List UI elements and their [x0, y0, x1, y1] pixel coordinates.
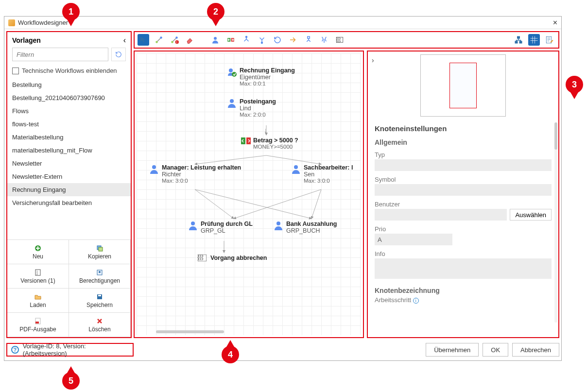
action-save[interactable]: Speichern [69, 289, 131, 313]
field-typ[interactable] [375, 159, 552, 171]
template-item[interactable]: Newsletter-Extern [7, 170, 131, 183]
copy-icon [96, 244, 103, 252]
svg-rect-11 [35, 322, 39, 324]
flow-icon[interactable] [287, 34, 299, 46]
template-item[interactable]: Versicherungsfall bearbeiten [7, 196, 131, 209]
apply-button[interactable]: Übernehmen [426, 343, 479, 357]
titlebar: Workflowdesigner × [4, 17, 561, 29]
ok-button[interactable]: OK [483, 343, 508, 357]
svg-rect-27 [519, 41, 522, 43]
field-symbol[interactable] [375, 184, 552, 196]
edit-form-icon[interactable] [544, 34, 555, 46]
toolbar: ! [134, 31, 559, 49]
person-icon [149, 164, 159, 174]
h-scrollbar[interactable] [156, 330, 224, 333]
field-prio[interactable]: A [375, 234, 452, 245]
checkbox-label: Technische Workflows einblenden [22, 67, 117, 74]
props-section-general: Allgemein [375, 138, 552, 146]
workflow-node[interactable]: Betrag > 5000 ?MONEY>=5000 [241, 137, 298, 150]
svg-point-18 [214, 37, 217, 40]
workflow-node[interactable]: Bank AuszahlungGRP_BUCH [274, 221, 337, 234]
properties-panel: › Knoteneinstellungen Allgemein Typ Symb… [367, 51, 559, 338]
collect-icon[interactable] [256, 34, 268, 46]
version-info: ? Vorlage-ID: 8, Version: (Arbeitsversio… [6, 343, 134, 357]
reload-icon[interactable] [111, 48, 126, 61]
minimap-expand-icon[interactable]: › [372, 56, 374, 64]
workflow-node[interactable]: Sachbearbeiter: lSenMax: 3:0:0 [291, 164, 353, 184]
end-icon[interactable] [334, 34, 345, 46]
callout-2: 2 [207, 3, 224, 26]
template-actions: NeuKopieren12Versionen (1)Berechtigungen… [7, 239, 131, 337]
cancel-button[interactable]: Abbrechen [512, 343, 559, 357]
minimap-box[interactable] [420, 54, 506, 117]
workflow-node[interactable]: Vorgang abbrechen [198, 255, 267, 264]
close-icon[interactable]: × [553, 18, 557, 27]
action-versions[interactable]: 12Versionen (1) [7, 264, 69, 289]
filter-input[interactable] [12, 48, 108, 61]
label-typ: Typ [375, 151, 552, 158]
callout-1: 1 [62, 3, 80, 26]
connect-alert-icon[interactable]: ! [169, 34, 180, 46]
versions-icon: 12 [35, 269, 41, 276]
template-item[interactable]: Bestellung [7, 78, 131, 91]
decision-icon[interactable] [225, 34, 237, 46]
svg-rect-2 [99, 247, 103, 251]
action-delete[interactable]: Löschen [69, 313, 131, 337]
minimap: › [368, 51, 558, 119]
template-item[interactable]: Bestellung_20210406073907690 [7, 91, 131, 104]
field-info[interactable] [375, 258, 552, 279]
action-open[interactable]: Laden [7, 289, 69, 313]
callout-5: 5 [62, 366, 80, 390]
pointer-icon[interactable] [138, 34, 149, 46]
action-perm[interactable]: Berechtigungen [69, 264, 131, 289]
help-icon[interactable]: ? [11, 346, 19, 354]
label-user: Benutzer [375, 201, 552, 208]
workflow-node[interactable]: Rechnung EingangEigentümerMax: 0:0:1 [227, 67, 295, 86]
template-item[interactable]: Flows [7, 104, 131, 118]
svg-rect-9 [98, 295, 101, 296]
field-user[interactable] [375, 209, 507, 221]
svg-point-37 [191, 222, 195, 225]
canvas-area[interactable]: Rechnung EingangEigentümerMax: 0:0:1Post… [134, 51, 364, 338]
scrollbar[interactable] [554, 122, 557, 323]
cycle-icon[interactable] [272, 34, 283, 46]
action-copy[interactable]: Kopieren [69, 240, 131, 264]
svg-line-45 [234, 189, 321, 219]
overview-icon[interactable] [513, 34, 524, 46]
template-list: BestellungBestellung_20210406073907690Fl… [7, 78, 131, 239]
connect-icon[interactable] [153, 34, 165, 46]
svg-rect-28 [531, 36, 538, 44]
action-pdf[interactable]: PDF-Ausgabe [7, 313, 69, 337]
template-item[interactable]: materialbestellung_mit_Flow [7, 144, 131, 157]
workflow-node[interactable]: PosteingangLindMax: 2:0:0 [227, 98, 276, 118]
workflow-node[interactable]: Manager: Leistung erhaltenRichterMax: 3:… [149, 164, 241, 184]
svg-line-43 [195, 189, 234, 219]
open-icon [35, 293, 41, 301]
start-icon [227, 67, 237, 77]
split-icon[interactable] [303, 34, 314, 46]
person-icon[interactable] [209, 34, 221, 46]
bottom-bar: ? Vorlage-ID: 8, Version: (Arbeitsversio… [6, 341, 559, 358]
template-item[interactable]: flows-test [7, 118, 131, 131]
properties-body: Knoteneinstellungen Allgemein Typ Symbol… [368, 119, 558, 337]
action-plus[interactable]: Neu [7, 240, 69, 264]
template-item[interactable]: Newsletter [7, 157, 131, 170]
svg-rect-26 [515, 41, 518, 43]
merge-icon[interactable] [318, 34, 330, 46]
template-item[interactable]: Rechnung Eingang [7, 183, 131, 196]
svg-point-30 [229, 68, 233, 72]
svg-point-38 [276, 222, 280, 225]
workflow-node[interactable]: Prüfung durch GLGRP_GL [188, 221, 253, 234]
callout-3: 3 [566, 76, 583, 99]
select-user-button[interactable]: Auswählen [510, 209, 552, 221]
templates-panel: Vorlagen ‹ Technische Workflows einblend… [6, 31, 132, 338]
collapse-icon[interactable]: ‹ [123, 36, 126, 45]
grid-icon[interactable] [528, 34, 540, 46]
distribute-icon[interactable] [241, 34, 252, 46]
show-technical-checkbox[interactable]: Technische Workflows einblenden [7, 65, 131, 78]
template-item[interactable]: Materialbestellung [7, 131, 131, 144]
eraser-icon[interactable] [184, 34, 196, 46]
templates-title: Vorlagen [12, 36, 41, 44]
perm-icon [96, 269, 103, 276]
svg-point-22 [261, 42, 263, 44]
